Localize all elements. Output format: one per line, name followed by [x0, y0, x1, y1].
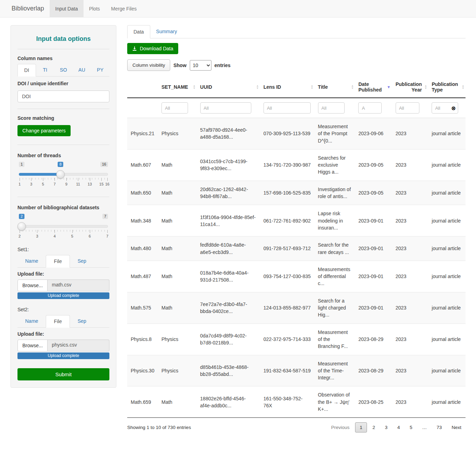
- table-row[interactable]: Physics.30 Physics d85b461b-453e-4868-bb…: [127, 355, 466, 386]
- datasets-slider[interactable]: 2 7 2 3 4 5 6 7: [19, 222, 108, 233]
- header-uuid[interactable]: UUID▲▼: [197, 77, 260, 98]
- filter-lens-id[interactable]: [264, 102, 311, 114]
- sort-both-icon: ▲▼: [424, 85, 427, 89]
- app-brand: Biblioverlap: [12, 0, 44, 17]
- pagination-page-73[interactable]: 73: [432, 423, 446, 432]
- filter-date-published[interactable]: [358, 102, 382, 114]
- filter-rownames: [127, 98, 158, 118]
- header-publication-year[interactable]: Publication Year▲▼: [392, 77, 428, 98]
- navbar-tab-plots[interactable]: Plots: [84, 0, 106, 17]
- table-row[interactable]: Math.659 Math 18802e26-bffd-4546-af4e-ad…: [127, 386, 466, 418]
- pagination-page-2[interactable]: 2: [368, 423, 380, 432]
- table-row[interactable]: Math.487 Math 018a7b4e-6d6a-40a4-931d-21…: [127, 261, 466, 292]
- page-body: Input data options Column names DI TI SO…: [0, 17, 476, 439]
- column-visibility-button[interactable]: Column visibility: [127, 59, 170, 71]
- pagination-page-4[interactable]: 4: [393, 423, 404, 432]
- sort-both-icon: ▲▼: [256, 85, 259, 89]
- table-header-row: SET_NAME▲▼ UUID▲▼ Lens ID▲▼ Title▲▼ Date…: [127, 77, 466, 98]
- sort-both-icon: ▲▼: [462, 85, 464, 89]
- tick-label: 7: [53, 182, 56, 186]
- threads-slider[interactable]: 1 16 8 1 3 5 7 9 11: [19, 170, 108, 181]
- pagination-next[interactable]: Next: [447, 423, 466, 432]
- filter-title[interactable]: [318, 102, 345, 114]
- sidebar-title: Input data options: [17, 35, 109, 43]
- table-row[interactable]: Math.348 Math 1f3f106a-9904-4fde-85ef-11…: [127, 205, 466, 237]
- tab-summary[interactable]: Summary: [150, 25, 183, 38]
- datasets-max-badge: 7: [102, 214, 108, 219]
- header-lens-id[interactable]: Lens ID▲▼: [260, 77, 315, 98]
- tab-di[interactable]: DI: [17, 64, 36, 77]
- set2-tab-file[interactable]: File: [46, 315, 70, 328]
- pagination-previous[interactable]: Previous: [327, 423, 354, 432]
- show-label: Show: [173, 63, 186, 68]
- navbar-tab-merge-files[interactable]: Merge Files: [106, 0, 142, 17]
- tick-label: 15: [99, 182, 103, 186]
- tick-label: 5: [42, 182, 44, 186]
- header-publication-type[interactable]: Publication Type▲▼: [428, 77, 466, 98]
- download-data-button[interactable]: Download Data: [127, 43, 178, 54]
- threads-min-badge: 1: [19, 162, 24, 167]
- set1-upload-progress: Upload complete: [17, 292, 109, 299]
- header-date-published[interactable]: Date Published ▼: [355, 77, 392, 98]
- datasets-value-badge: 2: [19, 214, 24, 219]
- navbar-tab-input-data[interactable]: Input Data: [50, 0, 84, 17]
- pagination-page-1[interactable]: 1: [355, 422, 367, 432]
- clear-filter-icon[interactable]: ⊗: [452, 106, 456, 111]
- tab-py[interactable]: PY: [91, 64, 109, 77]
- score-matching-label: Score matching: [17, 115, 109, 121]
- doi-field[interactable]: [17, 90, 109, 102]
- threads-slider-handle[interactable]: [56, 170, 65, 179]
- set1-tab-name[interactable]: Name: [17, 255, 46, 268]
- filter-set-name[interactable]: [161, 102, 188, 114]
- table-row[interactable]: Physics.21 Physics 57af9780-d924-4ee0-a4…: [127, 118, 466, 150]
- tick-label: 9: [65, 182, 67, 186]
- row-id: Math.480: [127, 237, 158, 261]
- tick-label: 6: [89, 234, 91, 238]
- datasets-slider-ticks: [20, 230, 107, 232]
- filter-publication-year[interactable]: [396, 102, 419, 114]
- set2-tab-name[interactable]: Name: [17, 315, 46, 328]
- tab-au[interactable]: AU: [73, 64, 91, 77]
- set2-upload-progress: Upload complete: [17, 352, 109, 359]
- download-icon: [132, 46, 137, 51]
- table-row[interactable]: Math.607 Math 0341cc59-c7cb-4199-9f83-e3…: [127, 149, 466, 181]
- table-row[interactable]: Math.480 Math fedfd8de-610a-4a8e-a6e5-ec…: [127, 237, 466, 261]
- set1-upload-label: Upload file:: [17, 271, 109, 277]
- submit-button[interactable]: Submit: [17, 368, 109, 380]
- filter-uuid[interactable]: [200, 102, 251, 114]
- table-row[interactable]: Math.650 Math 20d62cac-1262-4842-94b8-6f…: [127, 181, 466, 205]
- set1-file-input: Browse... math.csv: [17, 279, 109, 291]
- tab-data[interactable]: Data: [127, 25, 150, 38]
- pagination-page-3[interactable]: 3: [381, 423, 392, 432]
- pagination-page-5[interactable]: 5: [405, 423, 417, 432]
- set1-tab-file[interactable]: File: [46, 255, 70, 268]
- header-title[interactable]: Title▲▼: [315, 77, 355, 98]
- page-length-select[interactable]: 10: [190, 60, 211, 71]
- tick-label: 1: [19, 182, 21, 186]
- set1-label: Set1:: [17, 247, 109, 252]
- change-parameters-button[interactable]: Change parameters: [17, 125, 71, 136]
- tick-label: 7: [106, 234, 108, 238]
- tab-ti[interactable]: TI: [36, 64, 55, 77]
- datasets-slider-handle[interactable]: [17, 222, 26, 231]
- input-options-panel: Input data options Column names DI TI SO…: [10, 25, 116, 388]
- tab-so[interactable]: SO: [54, 64, 73, 77]
- datasets-slider-track[interactable]: [19, 225, 108, 228]
- row-id: Math.348: [127, 205, 158, 237]
- set1-browse-button[interactable]: Browse...: [17, 279, 48, 291]
- header-set-name[interactable]: SET_NAME▲▼: [158, 77, 197, 98]
- table-filter-row: ⊗: [127, 98, 466, 118]
- tick-label: 5: [71, 234, 73, 238]
- result-tabs: Data Summary: [127, 25, 466, 38]
- table-row[interactable]: Math.575 Math 7ee72a7e-d3b0-4fa7-bbda-04…: [127, 292, 466, 323]
- divider: [17, 197, 109, 197]
- datasets-slider-label: Number of bibliographical datasets: [17, 205, 109, 210]
- set1-tab-sep[interactable]: Sep: [70, 255, 94, 268]
- set1-tabs: Name File Sep: [17, 255, 109, 268]
- table-footer: Showing 1 to 10 of 730 entries Previous …: [127, 418, 466, 439]
- set2-browse-button[interactable]: Browse...: [17, 340, 48, 351]
- threads-slider-label: Number of threads: [17, 153, 109, 158]
- set2-tab-sep[interactable]: Sep: [70, 315, 94, 328]
- table-row[interactable]: Physics.8 Physics 0da7cd49-d8f9-4c02-b7d…: [127, 323, 466, 355]
- row-id: Math.607: [127, 149, 158, 181]
